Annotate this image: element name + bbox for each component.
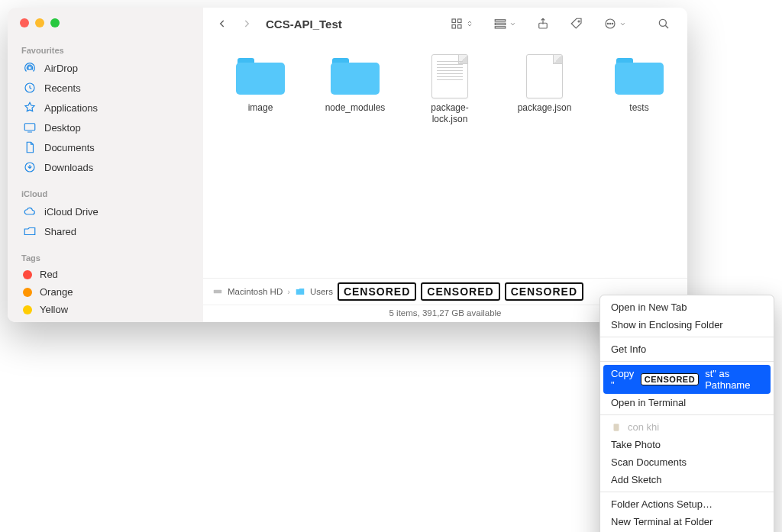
ctx-take-photo[interactable]: Take Photo (600, 436, 774, 453)
group-by-button[interactable] (490, 15, 519, 32)
sidebar-item-label: Red (40, 269, 58, 280)
icloud-heading: iCloud (21, 189, 192, 198)
ctx-copy-pathname[interactable]: Copy "CENSOREDst" as Pathname (603, 365, 771, 394)
file-item-label: tests (629, 102, 648, 114)
ctx-open-terminal[interactable]: Open in Terminal (600, 394, 774, 411)
sidebar-tag-yellow[interactable]: Yellow (18, 301, 192, 318)
svg-rect-7 (458, 25, 462, 29)
view-mode-icon-grid[interactable] (447, 15, 477, 32)
sidebar-item-label: Applications (44, 102, 98, 114)
path-segment[interactable]: Macintosh HD (228, 287, 283, 296)
sidebar-item-icloud-drive[interactable]: iCloud Drive (18, 202, 192, 221)
window-controls (18, 15, 192, 41)
file-item-folder[interactable]: node_modules (321, 55, 389, 114)
svg-rect-18 (214, 290, 222, 294)
tag-dot-red-icon (23, 270, 32, 279)
clock-icon (23, 81, 37, 95)
file-item-label: package-lock.json (415, 102, 484, 125)
svg-point-0 (28, 66, 32, 70)
icloud-icon (23, 205, 37, 218)
sidebar-item-downloads[interactable]: Downloads (18, 157, 192, 177)
blank-file-icon (520, 55, 569, 98)
minimize-button[interactable] (35, 18, 44, 27)
context-menu: Open in New Tab Show in Enclosing Folder… (599, 295, 774, 532)
file-item-file[interactable]: package.json (510, 55, 579, 114)
sidebar-item-shared[interactable]: Shared (18, 221, 192, 241)
sidebar-item-label: Recents (44, 82, 81, 94)
file-item-label: node_modules (325, 102, 386, 114)
airdrop-icon (23, 61, 37, 75)
toolbar: CCS-API_Test (203, 8, 687, 41)
ctx-separator (600, 414, 774, 415)
svg-rect-8 (495, 20, 506, 21)
ctx-folder-actions[interactable]: Folder Actions Setup… (600, 495, 774, 513)
shared-folder-icon (23, 224, 37, 238)
svg-point-16 (612, 23, 613, 24)
toolbar-actions (447, 15, 674, 32)
folder-icon (331, 55, 380, 98)
applications-icon (23, 101, 37, 114)
svg-point-15 (609, 23, 611, 24)
sidebar-item-label: Shared (44, 226, 76, 237)
forward-button[interactable] (238, 15, 255, 32)
censored-path-segment: CENSORED (505, 282, 583, 301)
file-item-folder[interactable]: tests (605, 55, 674, 114)
sidebar-item-desktop[interactable]: Desktop (18, 118, 192, 137)
ctx-new-terminal-at[interactable]: New Terminal at Folder (600, 513, 774, 530)
svg-point-14 (607, 23, 609, 24)
ctx-device-heading: con khi (600, 418, 774, 436)
sidebar-item-applications[interactable]: Applications (18, 98, 192, 118)
disk-icon (212, 286, 223, 297)
ctx-scan-documents[interactable]: Scan Documents (600, 453, 774, 471)
folder-icon (236, 55, 285, 98)
sidebar-item-recents[interactable]: Recents (18, 78, 192, 98)
path-segment[interactable]: Users (310, 287, 333, 296)
tags-button[interactable] (567, 15, 586, 32)
svg-point-12 (578, 21, 580, 22)
sidebar-tag-red[interactable]: Red (18, 266, 192, 283)
ctx-show-enclosing[interactable]: Show in Enclosing Folder (600, 316, 774, 334)
finder-window: Favourites AirDrop Recents Applications … (8, 8, 687, 322)
tags-heading: Tags (21, 253, 192, 263)
sidebar-item-label: AirDrop (44, 63, 78, 74)
sidebar-item-label: Yellow (40, 304, 68, 315)
censored-path-segment: CENSORED (338, 282, 416, 301)
sidebar-item-label: Desktop (44, 122, 81, 134)
sidebar-item-documents[interactable]: Documents (18, 137, 192, 157)
censored-path-segment: CENSORED (421, 282, 499, 301)
downloads-icon (23, 160, 37, 174)
file-item-folder[interactable]: image (226, 55, 295, 114)
sidebar-tag-orange[interactable]: Orange (18, 283, 192, 301)
back-button[interactable] (214, 15, 231, 32)
folder-mini-icon (295, 286, 305, 297)
documents-icon (23, 140, 37, 154)
folder-icon (615, 55, 664, 98)
sidebar-item-label: Documents (44, 142, 95, 153)
ctx-separator (600, 492, 774, 492)
zoom-button[interactable] (50, 18, 60, 27)
sidebar-item-label: Downloads (44, 162, 93, 173)
desktop-icon (23, 121, 37, 134)
share-button[interactable] (533, 15, 553, 32)
favourites-heading: Favourites (21, 46, 192, 55)
file-item-file[interactable]: package-lock.json (415, 55, 484, 125)
chevron-right-icon: › (287, 287, 290, 296)
svg-rect-10 (495, 27, 506, 28)
file-item-label: image (248, 102, 273, 114)
ctx-get-info[interactable]: Get Info (600, 340, 774, 358)
file-item-label: package.json (518, 102, 572, 114)
sidebar-item-airdrop[interactable]: AirDrop (18, 58, 192, 78)
tag-dot-orange-icon (23, 288, 32, 297)
svg-rect-19 (614, 424, 619, 430)
device-icon (611, 422, 622, 433)
ctx-separator (600, 337, 774, 337)
ctx-open-new-tab[interactable]: Open in New Tab (600, 298, 774, 316)
svg-rect-9 (495, 23, 506, 24)
main-panel: CCS-API_Test image node_modules (203, 8, 687, 322)
more-actions-button[interactable] (600, 15, 629, 32)
close-button[interactable] (20, 18, 29, 27)
search-button[interactable] (654, 15, 674, 32)
tag-dot-yellow-icon (23, 305, 32, 314)
svg-rect-5 (458, 19, 462, 23)
ctx-add-sketch[interactable]: Add Sketch (600, 471, 774, 488)
